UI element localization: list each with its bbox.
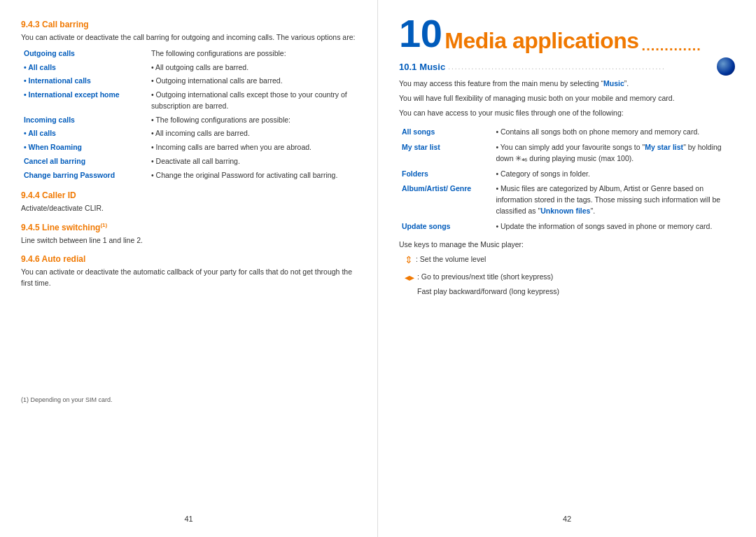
heading-945: 9.4.5 Line switching(1) bbox=[21, 222, 356, 232]
table-row: Cancel all barring • Deactivate all call… bbox=[21, 155, 356, 169]
page-number-right: 42 bbox=[399, 508, 735, 523]
footnote-left: (1) Depending on your SIM card. bbox=[21, 396, 356, 403]
intro-text-bold: Music bbox=[603, 79, 624, 88]
table-row: Folders • Category of songs in folder. bbox=[399, 167, 735, 182]
chapter-number: 10 bbox=[399, 14, 442, 53]
col-left-allcalls: • All calls bbox=[21, 61, 148, 75]
page-number-left: 41 bbox=[21, 508, 356, 523]
table-943: Outgoing calls The following configurati… bbox=[21, 47, 356, 183]
music-categories-table: All songs • Contains all songs both on p… bbox=[399, 125, 735, 234]
label-starlist: My star list bbox=[399, 140, 493, 167]
table-row: Change barring Password • Change the ori… bbox=[21, 169, 356, 183]
desc-starlist: • You can simply add your favourite song… bbox=[493, 140, 735, 167]
superscript-945: (1) bbox=[100, 222, 107, 228]
col-right-roaming: • Incoming calls are barred when you are… bbox=[148, 141, 356, 155]
key-1-text: : Set the volume level bbox=[416, 254, 486, 265]
label-folders: Folders bbox=[399, 167, 493, 182]
key-2-line1: : Go to previous/next title (short keypr… bbox=[417, 272, 559, 283]
table-row: • When Roaming • Incoming calls are barr… bbox=[21, 141, 356, 155]
heading-946: 9.4.6 Auto redial bbox=[21, 254, 356, 264]
chapter-dots: ............. bbox=[642, 38, 701, 53]
section-944: 9.4.4 Caller ID Activate/deactivate CLIR… bbox=[21, 190, 356, 218]
prev-next-icon: ◂▸ bbox=[405, 272, 414, 283]
col-left-change: Change barring Password bbox=[21, 169, 148, 183]
key-2-line2: Fast play backward/forward (long keypres… bbox=[417, 286, 559, 298]
label-allsongs: All songs bbox=[399, 125, 493, 140]
col-left-intl-except: • International except home bbox=[21, 88, 148, 113]
volume-icon: ⇕ bbox=[405, 254, 413, 265]
col-right-incoming: • The following configurations are possi… bbox=[148, 113, 356, 127]
col-right-allcalls2: • All incoming calls are barred. bbox=[148, 127, 356, 141]
col-left-cancelall: Cancel all barring bbox=[21, 155, 148, 169]
intro-101-2: You will have full flexibility of managi… bbox=[399, 93, 735, 104]
intro-101-1: You may access this feature from the mai… bbox=[399, 78, 735, 90]
chapter-title-text: Media applications bbox=[444, 29, 638, 53]
table-row: Album/Artist/ Genre • Music files are ca… bbox=[399, 181, 735, 218]
section-101-title: Music bbox=[419, 62, 445, 72]
table-row: Update songs • Update the information of… bbox=[399, 219, 735, 235]
col-right-allcalls: • All outgoing calls are barred. bbox=[148, 61, 356, 75]
chapter-title: 10 Media applications ............. bbox=[399, 14, 735, 53]
col-left-incoming: Incoming calls bbox=[21, 113, 148, 127]
col-right-intl-except: • Outgoing international calls except th… bbox=[148, 88, 356, 113]
section-101-number: 10.1 bbox=[399, 62, 416, 72]
intro-text-pre: You may access this feature from the mai… bbox=[399, 79, 603, 88]
unknown-files-bold: Unknown files bbox=[540, 207, 590, 215]
table-row: All songs • Contains all songs both on p… bbox=[399, 125, 735, 140]
key-2-desc: : Go to previous/next title (short keypr… bbox=[417, 272, 559, 301]
col-right-cancelall: • Deactivate all call barring. bbox=[148, 155, 356, 169]
desc-updatesongs: • Update the information of songs saved … bbox=[493, 219, 735, 235]
heading-943: 9.4.3 Call barring bbox=[21, 20, 356, 29]
left-page: 9.4.3 Call barring You can activate or d… bbox=[0, 0, 378, 537]
col-right-change: • Change the original Password for activ… bbox=[148, 169, 356, 183]
right-page: 10 Media applications ............. 10.1… bbox=[378, 0, 756, 537]
label-updatesongs: Update songs bbox=[399, 219, 493, 235]
page-spread: 9.4.3 Call barring You can activate or d… bbox=[0, 0, 756, 537]
desc-albumartist: • Music files are categorized by Album, … bbox=[493, 181, 735, 218]
col-left-outgoing: Outgoing calls bbox=[21, 47, 148, 61]
section-946: 9.4.6 Auto redial You can activate or de… bbox=[21, 254, 356, 293]
use-keys-text: Use keys to manage the Music player: bbox=[399, 239, 735, 251]
label-albumartist: Album/Artist/ Genre bbox=[399, 181, 493, 218]
desc-folders: • Category of songs in folder. bbox=[493, 167, 735, 182]
table-row: • International calls • Outgoing interna… bbox=[21, 74, 356, 88]
heading-944: 9.4.4 Caller ID bbox=[21, 190, 356, 200]
table-row: Outgoing calls The following configurati… bbox=[21, 47, 356, 61]
starlist-bold: My star list bbox=[645, 143, 683, 151]
table-row: • All calls • All incoming calls are bar… bbox=[21, 127, 356, 141]
desc-allsongs: • Contains all songs both on phone memor… bbox=[493, 125, 735, 140]
section-101-dots: ........................................… bbox=[445, 63, 717, 71]
text-945: Line switch between line 1 and line 2. bbox=[21, 235, 356, 246]
col-left-intl: • International calls bbox=[21, 74, 148, 88]
table-row: • All calls • All outgoing calls are bar… bbox=[21, 61, 356, 75]
music-cd-icon bbox=[717, 57, 735, 76]
table-row: • International except home • Outgoing i… bbox=[21, 88, 356, 113]
intro-101-3: You can have access to your music files … bbox=[399, 108, 735, 119]
section-945: 9.4.5 Line switching(1) Line switch betw… bbox=[21, 222, 356, 250]
section-943: 9.4.3 Call barring You can activate or d… bbox=[21, 20, 356, 186]
section-101-header: 10.1 Music .............................… bbox=[399, 57, 735, 76]
key-item-2: ◂▸ : Go to previous/next title (short ke… bbox=[405, 272, 735, 301]
col-left-allcalls2: • All calls bbox=[21, 127, 148, 141]
table-row: Incoming calls • The following configura… bbox=[21, 113, 356, 127]
col-left-roaming: • When Roaming bbox=[21, 141, 148, 155]
text-946: You can activate or deactivate the autom… bbox=[21, 267, 356, 289]
text-944: Activate/deactivate CLIR. bbox=[21, 203, 356, 214]
intro-text-post: ”. bbox=[624, 79, 629, 88]
col-right-outgoing: The following configurations are possibl… bbox=[148, 47, 356, 61]
col-right-intl: • Outgoing international calls are barre… bbox=[148, 74, 356, 88]
table-row: My star list • You can simply add your f… bbox=[399, 140, 735, 167]
intro-943: You can activate or deactivate the call … bbox=[21, 32, 356, 43]
key-item-1: ⇕ : Set the volume level bbox=[405, 254, 735, 269]
